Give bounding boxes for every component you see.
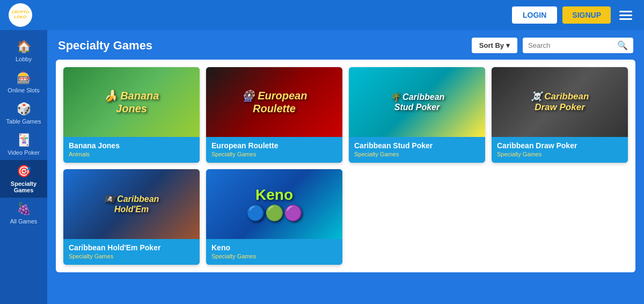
game-thumbnail-carib-stud: 🌴 CaribbeanStud Poker [349, 67, 485, 137]
game-name-carib-stud: Caribbean Stud Poker [354, 141, 480, 150]
page-title: Specialty Games [58, 39, 152, 53]
sidebar-label-slots: Online Slots [8, 87, 39, 93]
game-name-banana-jones: Banana Jones [69, 141, 194, 150]
sort-label: Sort By [479, 41, 504, 49]
game-name-carib-holdem: Caribbean Hold'Em Poker [69, 243, 194, 252]
game-card-caribbean-draw[interactable]: ☠️ CaribbeanDraw Poker Caribbean Draw Po… [492, 67, 628, 163]
game-info-keno: Keno Specialty Games [206, 239, 342, 265]
sidebar-label-lobby: Lobby [16, 56, 32, 62]
game-category-keno: Specialty Games [211, 253, 337, 259]
topnav-right: LOGIN SIGNUP [512, 6, 635, 24]
game-card-keno[interactable]: Keno🔵🟢🟣 Keno Specialty Games [206, 169, 342, 265]
slots-icon: 🎰 [17, 71, 31, 85]
sidebar-item-video-poker[interactable]: 🃏 Video Poker [0, 129, 47, 160]
game-category-carib-stud: Specialty Games [354, 151, 480, 157]
games-grid-row1: 🍌 BananaJones Banana Jones Animals 🎡 Eur… [63, 67, 628, 163]
all-games-icon: 🍇 [17, 202, 31, 216]
game-card-european-roulette[interactable]: 🎡 EuropeanRoulette European Roulette Spe… [206, 67, 342, 163]
game-category-banana-jones: Animals [69, 151, 194, 157]
game-name-carib-draw: Caribbean Draw Poker [497, 141, 623, 150]
sidebar-label-table: Table Games [6, 118, 41, 125]
game-thumbnail-carib-draw: ☠️ CaribbeanDraw Poker [492, 67, 628, 137]
video-poker-icon: 🃏 [17, 133, 31, 147]
game-card-caribbean-stud[interactable]: 🌴 CaribbeanStud Poker Caribbean Stud Pok… [349, 67, 485, 163]
game-name-euro-roulette: European Roulette [211, 141, 337, 150]
header-controls: Sort By ▾ 🔍 [472, 38, 633, 53]
topnav: CRYPTOLOKO LOGIN SIGNUP [0, 0, 644, 30]
game-name-keno: Keno [211, 243, 337, 252]
game-info-banana-jones: Banana Jones Animals [63, 137, 200, 163]
search-icon: 🔍 [617, 40, 628, 50]
sidebar-item-table-games[interactable]: 🎲 Table Games [0, 98, 47, 129]
game-category-euro-roulette: Specialty Games [211, 151, 337, 157]
sidebar-item-all-games[interactable]: 🍇 All Games [0, 198, 47, 229]
game-card-banana-jones[interactable]: 🍌 BananaJones Banana Jones Animals [63, 67, 200, 163]
content-header: Specialty Games Sort By ▾ 🔍 [47, 30, 644, 60]
lobby-icon: 🏠 [17, 40, 31, 54]
sidebar-label-video-poker: Video Poker [8, 149, 40, 156]
sidebar-label-all: All Games [10, 218, 38, 225]
sidebar-item-lobby[interactable]: 🏠 Lobby [0, 35, 47, 67]
game-thumbnail-carib-holdem: 🏴‍☠️ CaribbeanHold'Em [63, 169, 200, 239]
game-info-carib-draw: Caribbean Draw Poker Specialty Games [492, 137, 628, 163]
game-thumbnail-euro-roulette: 🎡 EuropeanRoulette [206, 67, 342, 137]
specialty-icon: 🎯 [17, 164, 31, 178]
game-info-carib-stud: Caribbean Stud Poker Specialty Games [349, 137, 485, 163]
main-layout: 🏠 Lobby 🎰 Online Slots 🎲 Table Games 🃏 V… [0, 30, 644, 304]
sort-button[interactable]: Sort By ▾ [472, 38, 517, 53]
logo[interactable]: CRYPTOLOKO [9, 3, 32, 27]
sidebar: 🏠 Lobby 🎰 Online Slots 🎲 Table Games 🃏 V… [0, 30, 47, 304]
search-box[interactable]: 🔍 [523, 38, 633, 53]
game-category-carib-holdem: Specialty Games [69, 253, 194, 259]
login-button[interactable]: LOGIN [512, 6, 557, 24]
signup-button[interactable]: SIGNUP [562, 6, 611, 24]
sidebar-item-specialty-games[interactable]: 🎯 Specialty Games [0, 160, 47, 198]
games-grid-row2: 🏴‍☠️ CaribbeanHold'Em Caribbean Hold'Em … [63, 169, 628, 265]
games-section: 🍌 BananaJones Banana Jones Animals 🎡 Eur… [56, 60, 635, 272]
game-card-caribbean-holdem[interactable]: 🏴‍☠️ CaribbeanHold'Em Caribbean Hold'Em … [63, 169, 200, 265]
menu-button[interactable] [616, 8, 635, 23]
chevron-down-icon: ▾ [506, 41, 510, 49]
logo-icon: CRYPTOLOKO [9, 3, 32, 27]
table-icon: 🎲 [17, 102, 31, 116]
sidebar-label-specialty: Specialty Games [2, 180, 45, 193]
game-thumbnail-keno: Keno🔵🟢🟣 [206, 169, 342, 239]
game-info-euro-roulette: European Roulette Specialty Games [206, 137, 342, 163]
game-category-carib-draw: Specialty Games [497, 151, 623, 157]
sidebar-item-online-slots[interactable]: 🎰 Online Slots [0, 67, 47, 98]
search-input[interactable] [528, 41, 614, 49]
content-area: Specialty Games Sort By ▾ 🔍 🍌 Bana [47, 30, 644, 304]
game-thumbnail-banana-jones: 🍌 BananaJones [63, 67, 200, 137]
game-info-carib-holdem: Caribbean Hold'Em Poker Specialty Games [63, 239, 200, 265]
